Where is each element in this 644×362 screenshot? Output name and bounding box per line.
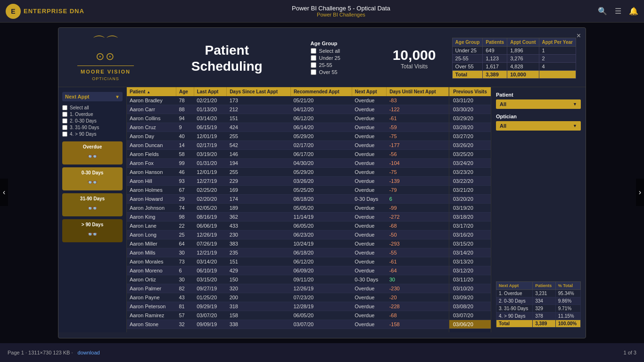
prev-visit-item[interactable]: 03/13/20 (449, 257, 491, 266)
table-row[interactable]: Aaron Ramirez5703/07/2015806/05/20Overdu… (127, 311, 449, 320)
search-icon[interactable]: 🔍 (598, 7, 607, 16)
prev-visit-item[interactable]: 03/17/20 (449, 222, 491, 230)
table-row[interactable]: Aaron Miller6407/26/1938310/24/19Overdue… (127, 239, 449, 248)
data-table-wrapper[interactable]: Patient ▲ Age Last Appt Days Since Last … (127, 87, 449, 332)
table-row[interactable]: Aaron Fox9901/31/2019404/30/20Overdue-10… (127, 159, 449, 168)
table-row[interactable]: Aaron Collins9403/14/2015106/12/20Overdu… (127, 114, 449, 123)
prev-visit-item[interactable]: 03/06/20 (449, 320, 491, 329)
optician-filter-section: Optician All (496, 114, 581, 131)
age-over55[interactable]: Over 55 (311, 69, 377, 75)
prev-visit-item[interactable]: 03/27/20 (449, 132, 491, 141)
age-select-all[interactable]: Select all (311, 48, 377, 54)
table-row[interactable]: Aaron Duncan1402/17/1954202/17/20Overdue… (127, 141, 449, 150)
table-row[interactable]: Aaron Holmes6702/25/2016905/25/20Overdue… (127, 186, 449, 195)
prev-visit-item[interactable]: 03/29/20 (449, 114, 491, 123)
next-appt-header[interactable]: Next Appt ▼ (62, 92, 123, 101)
table-row[interactable]: Aaron Johnson7402/05/2018905/05/20Overdu… (127, 204, 449, 213)
age-select-all-checkbox[interactable] (311, 48, 316, 54)
table-row[interactable]: Aaron Long2512/26/1923006/23/20Overdue-5… (127, 230, 449, 239)
filter-0-30-checkbox[interactable] (62, 118, 67, 123)
patient-filter-section: Patient All (496, 92, 581, 109)
filter-31-90-checkbox[interactable] (62, 125, 67, 130)
notification-icon[interactable]: 🔔 (629, 7, 638, 16)
prev-visit-item[interactable]: 03/22/20 (449, 177, 491, 186)
col-age[interactable]: Age (176, 87, 194, 96)
col-days-until[interactable]: Days Until Next Appt (387, 87, 449, 96)
table-row[interactable]: Aaron Lane2206/06/1943306/05/20Overdue-6… (127, 222, 449, 230)
prev-visit-item[interactable]: 03/30/20 (449, 105, 491, 114)
col-next-appt[interactable]: Next Appt (352, 87, 386, 96)
table-row[interactable]: Aaron Palmer8209/27/1932012/26/19Overdue… (127, 284, 449, 293)
table-row[interactable]: Aaron Carr8801/13/2021204/12/20Overdue-1… (127, 105, 449, 114)
patient-select[interactable]: All (496, 99, 581, 109)
over90-card[interactable]: > 90 Days 👓 (62, 219, 123, 242)
close-button[interactable]: × (577, 32, 581, 40)
age-under25-checkbox[interactable] (311, 55, 316, 61)
table-row[interactable]: Aaron Cruz906/15/1942406/14/20Overdue-59 (127, 123, 449, 132)
filter-overdue[interactable]: 1. Overdue (62, 112, 123, 117)
col-days-since[interactable]: Days Since Last Appt (227, 87, 291, 96)
table-row[interactable]: Aaron Ortiz3003/15/2015009/11/200-30 Day… (127, 275, 449, 284)
prev-visit-item[interactable]: 03/25/20 (449, 150, 491, 159)
filter-over-90-label: 4. > 90 Days (70, 132, 96, 137)
menu-icon[interactable]: ☰ (615, 7, 621, 16)
filter-over-90-checkbox[interactable] (62, 132, 67, 137)
sort-icon: ▲ (147, 90, 150, 94)
table-row[interactable]: Aaron Stone3209/09/1933803/07/20Overdue-… (127, 320, 449, 329)
prev-visit-item[interactable]: 03/26/20 (449, 141, 491, 150)
prev-visit-item[interactable]: 03/19/20 (449, 204, 491, 213)
overdue-card[interactable]: Overdue 👓 (62, 141, 123, 165)
modal-title: PatientScheduling (153, 42, 301, 74)
optician-select[interactable]: All (496, 121, 581, 131)
prev-visit-item[interactable]: 03/28/20 (449, 123, 491, 132)
prev-visit-item[interactable]: 03/24/20 (449, 159, 491, 168)
days030-card[interactable]: 0-30 Days 👓 (62, 167, 123, 190)
col-recommended[interactable]: Recommended Appt (290, 87, 352, 96)
prev-visit-item[interactable]: 03/09/20 (449, 293, 491, 302)
prev-visit-item[interactable]: 03/12/20 (449, 266, 491, 275)
age-group-label: Age Group (311, 41, 377, 46)
prev-visit-item[interactable]: 03/15/20 (449, 239, 491, 248)
age-over55-checkbox[interactable] (311, 69, 316, 75)
table-row[interactable]: Aaron Morales7303/14/2015106/12/20Overdu… (127, 257, 449, 266)
nav-next-button[interactable]: › (636, 179, 644, 206)
nav-prev-button[interactable]: ‹ (0, 179, 8, 206)
table-row[interactable]: Aaron Moreno606/10/1942906/09/20Overdue-… (127, 266, 449, 275)
age-under25[interactable]: Under 25 (311, 55, 377, 61)
table-row[interactable]: Aaron Day4012/01/1925505/29/20Overdue-75 (127, 132, 449, 141)
table-row[interactable]: Aaron Hanson4612/01/1925505/29/20Overdue… (127, 168, 449, 177)
filter-0-30[interactable]: 2. 0-30 Days (62, 118, 123, 123)
prev-visit-item[interactable]: 03/14/20 (449, 248, 491, 257)
prev-visit-item[interactable]: 03/11/20 (449, 275, 491, 284)
age-25-55-checkbox[interactable] (311, 62, 316, 68)
filter-overdue-checkbox[interactable] (62, 112, 67, 117)
prev-visit-item[interactable]: 03/08/20 (449, 302, 491, 311)
col-patient[interactable]: Patient ▲ (127, 87, 176, 96)
prev-visit-item[interactable]: 03/18/20 (449, 213, 491, 222)
prev-visit-item[interactable]: 03/07/20 (449, 311, 491, 320)
table-row[interactable]: Aaron Payne4301/25/2020007/23/20Overdue-… (127, 293, 449, 302)
table-row[interactable]: Aaron Mills3012/21/1923506/18/20Overdue-… (127, 248, 449, 257)
prev-visit-item[interactable]: 03/20/20 (449, 195, 491, 204)
col-last-appt[interactable]: Last Appt (194, 87, 226, 96)
filter-over-90[interactable]: 4. > 90 Days (62, 132, 123, 137)
table-row[interactable]: Aaron King9808/16/1936211/14/19Overdue-2… (127, 213, 449, 222)
logo-subtitle: OPTICIANS (92, 76, 119, 81)
filter-31-90[interactable]: 3. 31-90 Days (62, 125, 123, 130)
modal-header: ⌒⌒ ⊙⊙ MOORE VISION OPTICIANS PatientSche… (58, 28, 586, 87)
prev-visit-item[interactable]: 03/10/20 (449, 284, 491, 293)
prev-visit-item[interactable]: 03/31/20 (449, 96, 491, 105)
prev-visit-item[interactable]: 03/16/20 (449, 230, 491, 239)
download-link[interactable]: download (78, 350, 100, 355)
days3190-card[interactable]: 31-90 Days 👓 (62, 193, 123, 216)
prev-visit-item[interactable]: 03/21/20 (449, 186, 491, 195)
age-25-55[interactable]: 25-55 (311, 62, 377, 68)
table-row[interactable]: Aaron Peterson8109/29/1931812/28/19Overd… (127, 302, 449, 311)
prev-visit-item[interactable]: 03/23/20 (449, 168, 491, 177)
filter-select-all[interactable]: Select all (62, 105, 123, 110)
filter-select-all-checkbox[interactable] (62, 105, 67, 110)
table-row[interactable]: Aaron Hill9312/27/1922903/26/20Overdue-1… (127, 177, 449, 186)
table-row[interactable]: Aaron Bradley7802/21/2017305/21/20Overdu… (127, 96, 449, 105)
table-row[interactable]: Aaron Fields5803/19/2014606/17/20Overdue… (127, 150, 449, 159)
table-row[interactable]: Aaron Howard2902/20/2017408/18/200-30 Da… (127, 195, 449, 204)
